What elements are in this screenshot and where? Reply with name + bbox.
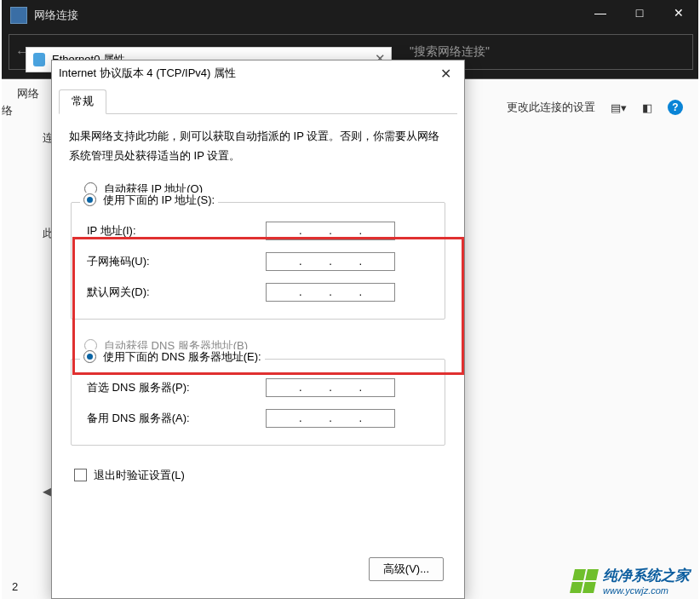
bg-bottom-count: 2 — [12, 580, 18, 593]
maximize-button[interactable]: □ — [620, 0, 659, 26]
input-preferred-dns[interactable]: . . . — [266, 378, 395, 397]
row-default-gateway: 默认网关(D): . . . — [87, 283, 445, 302]
row-ip-address: IP 地址(I): . . . — [87, 222, 445, 240]
radio-use-ip-row[interactable]: 使用下面的 IP 地址(S): — [80, 193, 218, 208]
group-use-ip: 使用下面的 IP 地址(S): IP 地址(I): . . . 子网掩码(U):… — [71, 202, 445, 320]
label-alternate-dns: 备用 DNS 服务器(A): — [87, 411, 266, 426]
input-ip-address[interactable]: . . . — [266, 222, 395, 240]
network-window-icon — [10, 7, 27, 24]
bg-breadcrumb-1: 网络 — [17, 86, 39, 101]
bg-sidebar-arrow-icon: ◀ — [43, 485, 51, 498]
group-use-dns: 使用下面的 DNS 服务器地址(E): 首选 DNS 服务器(P): . . .… — [71, 359, 445, 446]
watermark-line2: www.ycwjz.com — [603, 585, 690, 596]
dialog-title-text: Internet 协议版本 4 (TCP/IPv4) 属性 — [59, 66, 236, 81]
radio-use-dns[interactable] — [83, 350, 96, 363]
background-title: 网络连接 — [34, 8, 78, 23]
dialog-tabs: 常规 — [59, 89, 457, 114]
row-preferred-dns: 首选 DNS 服务器(P): . . . — [87, 378, 445, 397]
tab-general[interactable]: 常规 — [59, 89, 106, 114]
radio-use-dns-row[interactable]: 使用下面的 DNS 服务器地址(E): — [80, 349, 265, 365]
watermark: 纯净系统之家 www.ycwjz.com — [572, 566, 690, 596]
ethernet-adapter-icon — [33, 53, 45, 66]
label-validate-on-exit: 退出时验证设置(L) — [94, 468, 185, 483]
view-mode-icon[interactable]: ▤▾ — [611, 101, 627, 114]
label-default-gateway: 默认网关(D): — [87, 285, 266, 300]
checkbox-validate-on-exit[interactable] — [74, 469, 87, 481]
radio-use-dns-label: 使用下面的 DNS 服务器地址(E): — [103, 349, 261, 365]
watermark-line1: 纯净系统之家 — [603, 566, 690, 585]
input-alternate-dns[interactable]: . . . — [266, 409, 395, 428]
intro-text: 如果网络支持此功能，则可以获取自动指派的 IP 设置。否则，你需要从网络系统管理… — [69, 126, 447, 166]
watermark-text: 纯净系统之家 www.ycwjz.com — [603, 566, 690, 596]
dialog-close-button[interactable]: ✕ — [432, 64, 459, 83]
advanced-button[interactable]: 高级(V)... — [369, 557, 444, 581]
background-system-buttons: — □ ✕ — [581, 0, 698, 26]
bg-right-actions: 更改此连接的设置 ▤▾ ◧ ? — [507, 100, 683, 115]
bg-breadcrumb-edge: 络 — [2, 103, 13, 118]
row-validate-on-exit[interactable]: 退出时验证设置(L) — [74, 468, 447, 483]
radio-use-ip[interactable] — [83, 193, 96, 206]
input-subnet-mask[interactable]: . . . — [266, 252, 395, 271]
ipv4-properties-dialog: Internet 协议版本 4 (TCP/IPv4) 属性 ✕ 常规 如果网络支… — [51, 60, 465, 599]
watermark-logo-icon — [570, 569, 599, 593]
label-subnet-mask: 子网掩码(U): — [87, 254, 266, 269]
row-subnet-mask: 子网掩码(U): . . . — [87, 252, 445, 271]
label-ip-address: IP 地址(I): — [87, 223, 266, 239]
radio-use-ip-label: 使用下面的 IP 地址(S): — [103, 193, 215, 208]
help-icon[interactable]: ? — [668, 100, 683, 115]
minimize-button[interactable]: — — [581, 0, 620, 26]
input-default-gateway[interactable]: . . . — [266, 283, 395, 302]
label-preferred-dns: 首选 DNS 服务器(P): — [87, 380, 266, 395]
row-alternate-dns: 备用 DNS 服务器(A): . . . — [87, 409, 445, 428]
dialog-body: 如果网络支持此功能，则可以获取自动指派的 IP 设置。否则，你需要从网络系统管理… — [52, 114, 464, 492]
preview-pane-icon[interactable]: ◧ — [642, 101, 652, 114]
dialog-titlebar: Internet 协议版本 4 (TCP/IPv4) 属性 — [52, 60, 464, 86]
change-connection-settings-link[interactable]: 更改此连接的设置 — [507, 100, 595, 115]
close-button[interactable]: ✕ — [659, 0, 698, 26]
